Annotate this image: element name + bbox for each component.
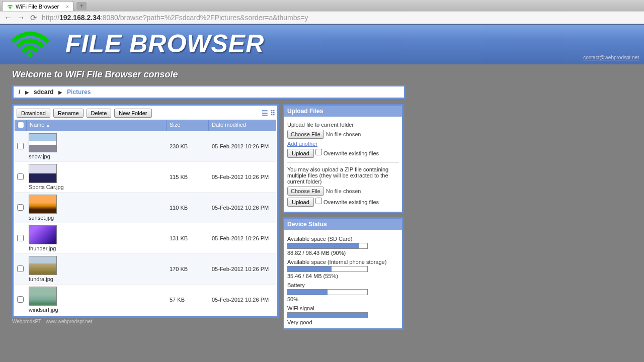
file-row-checkbox[interactable] (17, 296, 24, 303)
sd-label: Available space (SD Card) (287, 236, 399, 242)
file-name: windsurf.jpg (29, 307, 58, 313)
choose-zip-button[interactable]: Choose File (287, 187, 324, 196)
upload-button[interactable]: Upload (287, 149, 314, 158)
breadcrumb-current: Pictures (67, 88, 91, 96)
file-date: 05-Feb-2012 10:26 PM (209, 203, 276, 213)
file-date: 05-Feb-2012 10:26 PM (209, 264, 276, 274)
new-folder-button[interactable]: New Folder (114, 109, 151, 118)
bat-text: 50% (287, 296, 399, 302)
no-file-text: No file chosen (326, 131, 361, 137)
file-row[interactable]: sunset.jpg110 KB05-Feb-2012 10:26 PM (15, 193, 276, 223)
thumbnail[interactable] (29, 133, 57, 152)
sd-text: 88.82 / 98.43 MB (90%) (287, 250, 399, 256)
overwrite-label: Overwrite existing files (324, 150, 379, 156)
bat-progress (287, 289, 368, 295)
wifi-progress (287, 312, 368, 318)
address-bar[interactable]: http://192.168.2.34:8080/browse?path=%2F… (42, 14, 640, 22)
file-row[interactable]: thunder.jpg131 KB05-Feb-2012 10:26 PM (15, 223, 276, 254)
thumbnail[interactable] (29, 256, 57, 275)
file-date: 05-Feb-2012 10:26 PM (209, 233, 276, 243)
chevron-right-icon: ▶ (58, 89, 62, 95)
status-panel: Device Status Available space (SD Card) … (283, 217, 404, 330)
footer-link[interactable]: www.webprodspt.net (46, 319, 92, 324)
file-row[interactable]: Sports Car.jpg115 KB05-Feb-2012 10:26 PM (15, 162, 276, 193)
file-date: 05-Feb-2012 10:26 PM (209, 295, 276, 305)
welcome-heading: Welcome to WiFi File Browser console (12, 69, 406, 80)
tab-strip: WiFi File Browser × + (0, 0, 644, 11)
thumbnail[interactable] (29, 287, 57, 306)
url-scheme: http:// (42, 14, 59, 22)
reload-button[interactable]: ⟳ (30, 13, 37, 23)
file-size: 57 KB (167, 295, 209, 305)
url-path: :8080/browse?path=%2Fsdcard%2FPictures&s… (101, 14, 308, 22)
overwrite-zip-label: Overwrite existing files (324, 199, 379, 205)
file-panel: Download Rename Delete New Folder ☰ ⠿ Na… (12, 104, 279, 318)
no-zip-text: No file chosen (326, 188, 361, 194)
overwrite-checkbox[interactable] (315, 149, 322, 155)
file-row-checkbox[interactable] (17, 173, 24, 180)
upload-hint: Upload file to current folder (287, 122, 399, 128)
file-row[interactable]: windsurf.jpg57 KB05-Feb-2012 10:26 PM (15, 285, 276, 315)
file-name: thunder.jpg (29, 245, 56, 251)
file-size: 115 KB (167, 172, 209, 182)
sort-asc-icon: ▲ (46, 123, 50, 128)
bat-label: Battery (287, 282, 399, 288)
forward-button[interactable]: → (17, 13, 25, 22)
file-row-checkbox[interactable] (17, 204, 24, 211)
file-row-checkbox[interactable] (17, 265, 24, 272)
file-list: snow.jpg230 KB05-Feb-2012 10:26 PMSports… (15, 131, 276, 315)
banner-title: FILE BROWSER (65, 29, 264, 58)
choose-file-button[interactable]: Choose File (287, 130, 324, 139)
browser-tab[interactable]: WiFi File Browser × (2, 1, 73, 11)
close-icon[interactable]: × (66, 4, 69, 10)
col-size[interactable]: Size (166, 120, 208, 131)
upload-panel: Upload Files Upload file to current fold… (283, 104, 404, 213)
url-bar: ← → ⟳ http://192.168.2.34:8080/browse?pa… (0, 11, 644, 24)
contact-link[interactable]: contact@webprodspt.net (583, 55, 639, 60)
footer-brand: WebprodsPT (12, 319, 41, 324)
thumbnail[interactable] (29, 225, 57, 244)
content: Welcome to WiFi File Browser console / ▶… (0, 64, 406, 330)
col-date[interactable]: Date modified (208, 120, 276, 131)
upload-heading: Upload Files (284, 106, 402, 117)
overwrite-zip-checkbox[interactable] (315, 198, 322, 204)
select-all-checkbox[interactable] (18, 122, 24, 128)
new-tab-button[interactable]: + (76, 2, 87, 10)
divider (287, 162, 399, 162)
file-size: 170 KB (167, 264, 209, 274)
file-size: 230 KB (167, 141, 209, 151)
file-name: sunset.jpg (29, 215, 54, 221)
int-progress (287, 266, 368, 272)
download-button[interactable]: Download (17, 109, 50, 118)
breadcrumb-sdcard[interactable]: sdcard (34, 88, 53, 96)
side-panels: Upload Files Upload file to current fold… (283, 104, 404, 330)
delete-button[interactable]: Delete (87, 109, 112, 118)
breadcrumb-root[interactable]: / (19, 88, 20, 96)
file-date: 05-Feb-2012 10:26 PM (209, 172, 276, 182)
file-row[interactable]: tundra.jpg170 KB05-Feb-2012 10:26 PM (15, 254, 276, 285)
file-row-checkbox[interactable] (17, 235, 24, 241)
browser-chrome: WiFi File Browser × + ← → ⟳ http://192.1… (0, 0, 644, 24)
status-heading: Device Status (284, 219, 402, 230)
upload-zip-button[interactable]: Upload (287, 198, 314, 207)
thumbnail[interactable] (29, 164, 57, 183)
sd-progress (287, 243, 368, 249)
thumbnail[interactable] (29, 195, 57, 214)
file-toolbar: Download Rename Delete New Folder ☰ ⠿ (15, 107, 276, 120)
int-text: 35.46 / 64 MB (55%) (287, 273, 399, 279)
rename-button[interactable]: Rename (53, 109, 84, 118)
wifi-text: Very good (287, 319, 399, 325)
file-name: Sports Car.jpg (29, 184, 64, 190)
file-name: snow.jpg (29, 153, 50, 159)
list-view-icon[interactable]: ☰ (262, 109, 267, 117)
svg-point-0 (28, 52, 33, 57)
grid-view-icon[interactable]: ⠿ (270, 109, 274, 117)
back-button[interactable]: ← (4, 13, 12, 22)
sd-progress-fill (288, 243, 359, 248)
add-another-link[interactable]: Add another (287, 141, 317, 147)
col-name[interactable]: Name ▲ (26, 120, 166, 131)
file-row-checkbox[interactable] (17, 143, 24, 149)
file-row[interactable]: snow.jpg230 KB05-Feb-2012 10:26 PM (15, 131, 276, 162)
zip-hint: You may also upload a ZIP file containin… (287, 166, 399, 185)
bat-progress-fill (288, 290, 328, 295)
